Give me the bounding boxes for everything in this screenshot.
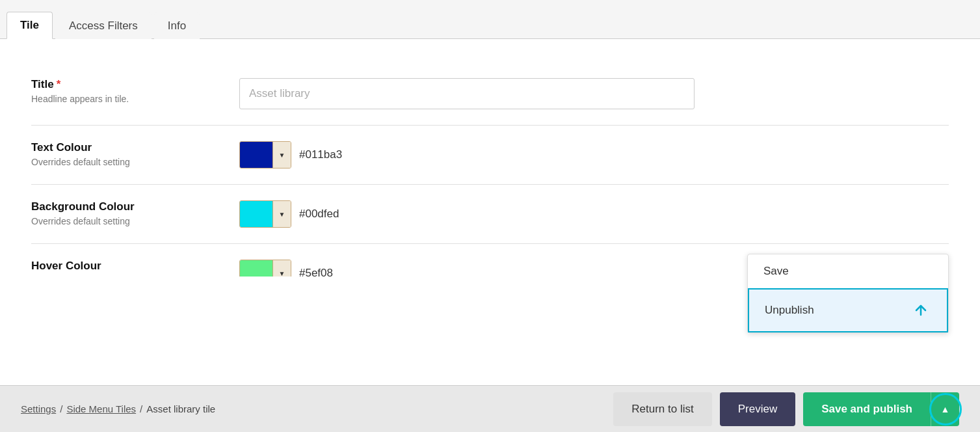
save-and-publish-button[interactable]: Save and publish — [803, 392, 931, 426]
text-colour-dropdown-btn[interactable]: ▼ — [272, 141, 291, 169]
breadcrumb-current: Asset library tile — [146, 403, 215, 414]
text-colour-picker[interactable]: ▼ — [239, 141, 291, 169]
hover-colour-dropdown-btn[interactable]: ▼ — [272, 260, 291, 277]
main-content: Title * Headline appears in tile. Text C… — [0, 39, 980, 385]
return-to-list-button[interactable]: Return to list — [613, 392, 711, 426]
text-colour-hint: Overrides default setting — [31, 157, 239, 167]
text-colour-value: #011ba3 — [299, 148, 342, 161]
preview-button[interactable]: Preview — [720, 392, 795, 426]
breadcrumb-separator-1: / — [60, 403, 62, 414]
text-colour-control-col: ▼ #011ba3 — [239, 141, 949, 169]
background-colour-value: #00dfed — [299, 208, 339, 221]
save-publish-arrow-icon: ▲ — [941, 404, 950, 414]
background-colour-picker[interactable]: ▼ — [239, 200, 291, 228]
background-colour-hint: Overrides default setting — [31, 216, 239, 226]
tabs-bar: Tile Access Filters Info — [0, 0, 980, 39]
text-colour-row: Text Colour Overrides default setting ▼ … — [31, 126, 949, 185]
breadcrumb-settings[interactable]: Settings — [21, 403, 56, 414]
background-colour-control-col: ▼ #00dfed — [239, 200, 949, 228]
background-colour-dropdown-btn[interactable]: ▼ — [272, 200, 291, 228]
tab-info[interactable]: Info — [154, 12, 200, 39]
title-label-col: Title * Headline appears in tile. — [31, 78, 239, 104]
background-colour-row: Background Colour Overrides default sett… — [31, 185, 949, 244]
hover-colour-label: Hover Colour — [31, 260, 239, 273]
hover-colour-value: #5ef08 — [299, 267, 333, 277]
hover-colour-picker[interactable]: ▼ — [239, 260, 291, 277]
dropdown-save-item[interactable]: Save — [748, 254, 948, 288]
text-colour-swatch — [240, 141, 272, 169]
footer-actions: Return to list Preview Save and publish … — [613, 392, 959, 426]
save-dropdown-menu: Save Unpublish — [747, 254, 949, 333]
title-label: Title * — [31, 78, 239, 91]
up-arrow-icon — [910, 300, 931, 321]
tab-access-filters[interactable]: Access Filters — [55, 12, 152, 39]
text-colour-label: Text Colour — [31, 141, 239, 154]
required-star: * — [57, 78, 61, 91]
dropdown-unpublish-item[interactable]: Unpublish — [748, 288, 948, 332]
tab-tile[interactable]: Tile — [7, 12, 53, 39]
footer: Settings / Side Menu Tiles / Asset libra… — [0, 385, 980, 432]
hover-colour-swatch — [240, 260, 272, 277]
save-publish-arrow-button[interactable]: ▲ — [931, 392, 959, 426]
save-publish-group: Save and publish ▲ — [803, 392, 959, 426]
title-hint: Headline appears in tile. — [31, 94, 239, 104]
background-colour-label-col: Background Colour Overrides default sett… — [31, 200, 239, 226]
breadcrumb-side-menu-tiles[interactable]: Side Menu Tiles — [66, 403, 136, 414]
text-colour-label-col: Text Colour Overrides default setting — [31, 141, 239, 167]
hover-colour-label-col: Hover Colour — [31, 260, 239, 273]
breadcrumb: Settings / Side Menu Tiles / Asset libra… — [21, 403, 603, 414]
title-input[interactable] — [239, 78, 695, 109]
breadcrumb-separator-2: / — [140, 403, 142, 414]
background-colour-swatch — [240, 200, 272, 228]
title-control-col — [239, 78, 949, 109]
title-row: Title * Headline appears in tile. — [31, 62, 949, 126]
background-colour-label: Background Colour — [31, 200, 239, 213]
